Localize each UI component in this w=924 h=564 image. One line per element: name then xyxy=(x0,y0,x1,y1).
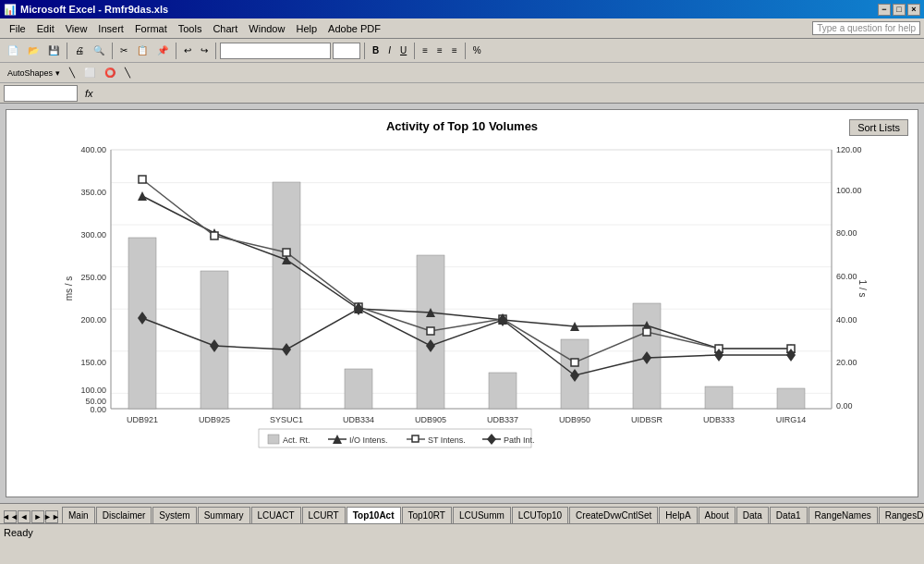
tb-open[interactable]: 📂 xyxy=(24,42,43,60)
tab-lcutop10[interactable]: LCUTop10 xyxy=(512,507,568,523)
menu-view[interactable]: View xyxy=(60,21,93,36)
toolbar-standard: 📄 📂 💾 🖨 🔍 ✂ 📋 📌 ↩ ↪ B I U ≡ ≡ ≡ % xyxy=(0,39,924,63)
svg-text:150.00: 150.00 xyxy=(80,358,106,367)
tb-bold[interactable]: B xyxy=(369,42,383,60)
tab-last-button[interactable]: ►► xyxy=(45,510,58,523)
svg-text:100.00: 100.00 xyxy=(836,186,862,195)
menu-format[interactable]: Format xyxy=(129,21,173,36)
tb-draw5[interactable]: ╲ xyxy=(121,64,134,82)
tb-draw2[interactable]: ╲ xyxy=(66,64,79,82)
tb-redo[interactable]: ↪ xyxy=(197,42,212,60)
tb-align-left[interactable]: ≡ xyxy=(419,42,432,60)
tab-data[interactable]: Data xyxy=(736,507,769,523)
tb-percent[interactable]: % xyxy=(469,42,485,60)
svg-text:350.00: 350.00 xyxy=(80,188,106,197)
status-text: Ready xyxy=(4,527,33,538)
sort-lists-button[interactable]: Sort Lists xyxy=(849,119,908,136)
svg-text:250.00: 250.00 xyxy=(80,273,106,282)
svg-text:80.00: 80.00 xyxy=(836,228,857,238)
bar-2 xyxy=(273,182,300,409)
tab-rangenames[interactable]: RangeNames xyxy=(808,507,878,523)
tab-createdvw[interactable]: CreateDvwCntlSet xyxy=(569,507,658,523)
tb-draw3[interactable]: ⬜ xyxy=(80,64,99,82)
tb-preview[interactable]: 🔍 xyxy=(90,42,108,60)
tab-prev-button[interactable]: ◄ xyxy=(18,510,30,523)
title-bar-left: 📊 Microsoft Excel - Rmfr9das.xls xyxy=(4,4,168,16)
font-size-input[interactable] xyxy=(333,43,360,59)
menu-tools[interactable]: Tools xyxy=(173,21,208,36)
legend-st-label: ST Intens. xyxy=(428,435,466,445)
tb-align-right[interactable]: ≡ xyxy=(448,42,461,60)
tb-cut[interactable]: ✂ xyxy=(116,42,131,60)
st-marker-4 xyxy=(427,327,434,335)
tb-new[interactable]: 📄 xyxy=(4,42,22,60)
tab-main[interactable]: Main xyxy=(62,507,95,523)
tab-next-button[interactable]: ► xyxy=(31,510,44,523)
tab-about[interactable]: About xyxy=(699,507,736,523)
sheet-tabs-bar: ◄◄ ◄ ► ►► Main Disclaimer System Summary… xyxy=(0,503,924,523)
tb-draw1[interactable]: AutoShapes ▾ xyxy=(4,64,64,82)
menu-file[interactable]: File xyxy=(4,21,31,36)
tb-undo[interactable]: ↩ xyxy=(180,42,195,60)
svg-text:20.00: 20.00 xyxy=(836,358,857,367)
tab-system[interactable]: System xyxy=(152,507,196,523)
fx-label: fx xyxy=(81,88,97,99)
tab-nav[interactable]: ◄◄ ◄ ► ►► xyxy=(4,510,58,523)
svg-text:200.00: 200.00 xyxy=(80,315,106,325)
maximize-button[interactable]: □ xyxy=(893,4,906,16)
tb-draw4[interactable]: ⭕ xyxy=(101,64,119,82)
st-marker-1 xyxy=(211,232,218,239)
tb-save[interactable]: 💾 xyxy=(44,42,63,60)
tb-sep5 xyxy=(364,43,365,59)
name-box[interactable] xyxy=(4,85,78,102)
tab-top10rt[interactable]: Top10RT xyxy=(402,507,452,523)
svg-text:SYSUC1: SYSUC1 xyxy=(270,415,303,424)
svg-text:UDB925: UDB925 xyxy=(199,415,230,424)
close-button[interactable]: × xyxy=(907,4,920,16)
svg-text:0.00: 0.00 xyxy=(836,401,853,411)
svg-text:UDB950: UDB950 xyxy=(559,415,590,424)
help-box[interactable]: Type a question for help xyxy=(812,21,920,35)
svg-text:100.00: 100.00 xyxy=(80,386,106,395)
title-bar-text: Microsoft Excel - Rmfr9das.xls xyxy=(20,4,168,15)
toolbar-drawing: AutoShapes ▾ ╲ ⬜ ⭕ ╲ xyxy=(0,63,924,83)
tab-disclaimer[interactable]: Disclaimer xyxy=(96,507,152,523)
legend-path-label: Path Int. xyxy=(504,435,535,445)
tb-align-center[interactable]: ≡ xyxy=(433,42,446,60)
tab-lcusumm[interactable]: LCUSumm xyxy=(453,507,511,523)
tb-underline[interactable]: U xyxy=(396,42,410,60)
svg-text:60.00: 60.00 xyxy=(836,272,857,281)
menu-chart[interactable]: Chart xyxy=(207,21,243,36)
tab-rangesd1[interactable]: RangesD1 xyxy=(879,507,924,523)
tb-italic[interactable]: I xyxy=(384,42,395,60)
menu-help[interactable]: Help xyxy=(290,21,322,36)
tb-copy[interactable]: 📋 xyxy=(133,42,152,60)
chart-title: Activity of Top 10 Volumes xyxy=(16,119,908,133)
tab-lcurt[interactable]: LCURT xyxy=(302,507,346,523)
title-bar: 📊 Microsoft Excel - Rmfr9das.xls − □ × xyxy=(0,0,924,18)
menu-insert[interactable]: Insert xyxy=(92,21,129,36)
svg-text:400.00: 400.00 xyxy=(80,145,106,154)
font-name-input[interactable] xyxy=(220,43,331,59)
tab-top10act[interactable]: Top10Act xyxy=(346,507,401,523)
svg-text:UIRG14: UIRG14 xyxy=(776,415,807,424)
bar-9 xyxy=(777,388,805,409)
tab-first-button[interactable]: ◄◄ xyxy=(4,510,17,523)
legend-io-label: I/O Intens. xyxy=(349,435,388,445)
tab-data1[interactable]: Data1 xyxy=(770,507,808,523)
tab-summary[interactable]: Summary xyxy=(198,507,250,523)
tb-paste[interactable]: 📌 xyxy=(153,42,172,60)
svg-text:UIDBSR: UIDBSR xyxy=(631,415,663,424)
menu-adobe[interactable]: Adobe PDF xyxy=(322,21,386,36)
menu-edit[interactable]: Edit xyxy=(31,21,60,36)
tab-helpa[interactable]: HelpA xyxy=(659,507,697,523)
tb-sep1 xyxy=(67,43,67,59)
menu-window[interactable]: Window xyxy=(243,21,290,36)
tb-sep7 xyxy=(465,43,466,59)
tab-lcuact[interactable]: LCUACT xyxy=(251,507,301,523)
svg-text:UDB905: UDB905 xyxy=(415,415,446,424)
title-bar-controls[interactable]: − □ × xyxy=(878,4,920,16)
svg-text:UDB334: UDB334 xyxy=(343,415,374,424)
tb-print[interactable]: 🖨 xyxy=(71,42,88,60)
minimize-button[interactable]: − xyxy=(878,4,891,16)
